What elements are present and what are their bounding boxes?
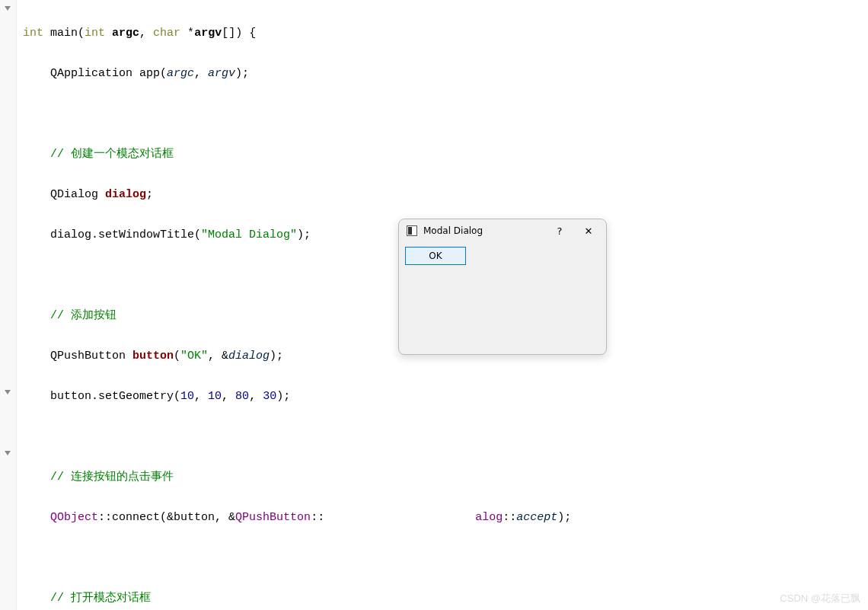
watermark: CSDN @花落已飘 (780, 592, 860, 605)
dialog-titlebar[interactable]: Modal Dialog ? ✕ (399, 219, 606, 242)
ok-button[interactable]: OK (405, 247, 466, 265)
code-line: QApplication app(argc, argv); (23, 64, 571, 85)
code-line: button.setGeometry(10, 10, 80, 30); (23, 387, 571, 407)
code-line (23, 427, 571, 448)
dialog-content: OK (399, 242, 606, 270)
close-icon: ✕ (585, 225, 593, 237)
code-line: // 连接按钮的点击事件 (23, 468, 571, 488)
code-line: QDialog dialog; (23, 185, 571, 206)
code-line: // 创建一个模态对话框 (23, 145, 571, 165)
code-line (23, 548, 571, 569)
code-line: QObject::connect(&button, &QPushButton::… (23, 508, 571, 529)
code-line: // 打开模态对话框 (23, 589, 571, 609)
fold-marker[interactable] (5, 390, 11, 394)
help-button[interactable]: ? (548, 221, 571, 241)
code-line (23, 104, 571, 125)
dialog-title: Modal Dialog (423, 225, 542, 236)
modal-dialog: Modal Dialog ? ✕ OK (398, 219, 607, 355)
close-button[interactable]: ✕ (577, 221, 600, 241)
fold-marker[interactable] (5, 6, 11, 11)
fold-marker[interactable] (5, 451, 11, 455)
fold-gutter (0, 0, 17, 610)
app-icon (407, 225, 417, 236)
code-line: int main(int argc, char *argv[]) { (23, 24, 571, 44)
